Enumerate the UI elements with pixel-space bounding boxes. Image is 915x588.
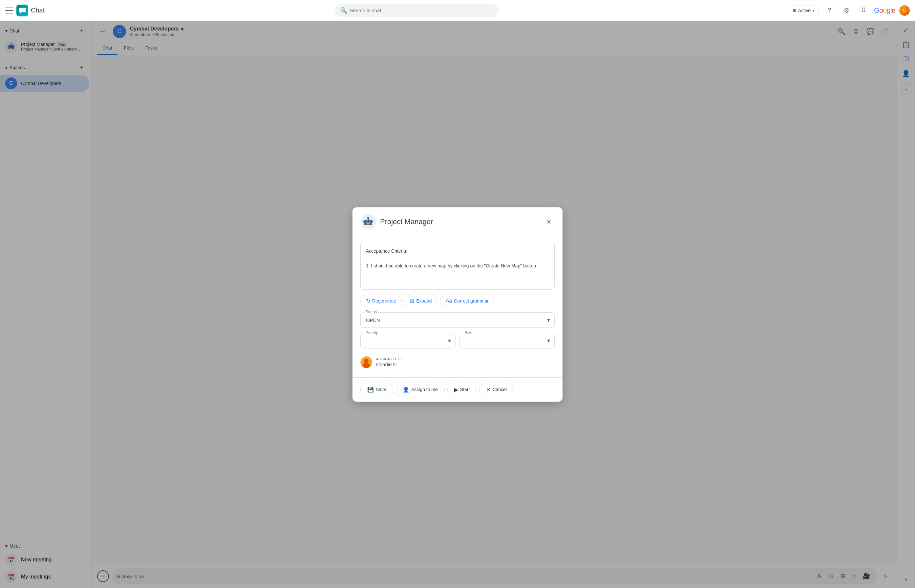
search-input[interactable] [350, 8, 494, 13]
expand-button[interactable]: ⊞ Expand [404, 295, 437, 307]
svg-rect-11 [364, 220, 372, 225]
regenerate-button[interactable]: ↻ Regenerate [361, 295, 402, 307]
start-label: Start [460, 387, 470, 392]
modal-title: Project Manager [380, 218, 539, 226]
status-form-group: Status OPEN IN PROGRESS CLOSED ▾ [361, 312, 554, 328]
priority-form-group: Low Medium High Priority ▾ [361, 333, 456, 349]
google-logo: Google [874, 6, 895, 15]
assigned-section: ASSIGNED TO Charlie C [361, 354, 554, 371]
expand-label: Expand [416, 298, 432, 304]
status-chevron-icon: ▾ [813, 8, 815, 13]
size-form-group: Small Medium Large Size ▾ [459, 333, 554, 349]
apps-button[interactable]: ⠿ [857, 4, 870, 17]
priority-label: Priority [364, 330, 379, 335]
correct-grammar-label: Correct grammar [454, 298, 489, 304]
expand-icon: ⊞ [410, 298, 414, 304]
svg-rect-13 [369, 221, 371, 223]
svg-point-20 [364, 359, 369, 363]
modal-body: Acceptance Criteria: 1. I should be able… [352, 235, 563, 377]
settings-button[interactable]: ⚙ [840, 4, 853, 17]
hamburger-menu-icon[interactable] [5, 6, 13, 15]
modal-actions-row: ↻ Regenerate ⊞ Expand Aa Correct grammar [361, 295, 554, 307]
app-logo: Chat [16, 5, 45, 16]
status-label: Active [798, 8, 811, 13]
size-label: Size [463, 330, 474, 335]
assigned-name: Charlie C [376, 362, 403, 367]
help-button[interactable]: ? [823, 4, 836, 17]
assign-to-me-label: Assign to me [411, 387, 438, 392]
size-select[interactable]: Small Medium Large [459, 333, 554, 349]
modal: Project Manager ✕ Acceptance Criteria: 1… [352, 207, 563, 402]
search-container: 🔍 [48, 4, 785, 17]
modal-header: Project Manager ✕ [352, 207, 563, 235]
priority-size-row: Low Medium High Priority ▾ Small Medium … [361, 333, 554, 349]
modal-robot-icon [361, 214, 376, 230]
assigned-info: ASSIGNED TO Charlie C [376, 357, 403, 367]
assign-to-me-button[interactable]: 👤 Assign to me [396, 383, 445, 396]
regenerate-label: Regenerate [372, 298, 396, 304]
svg-rect-18 [372, 221, 373, 223]
correct-grammar-icon: Aa [446, 298, 452, 304]
cancel-icon: ✕ [486, 386, 490, 393]
status-select[interactable]: OPEN IN PROGRESS CLOSED [361, 312, 554, 328]
save-button[interactable]: 💾 Save [361, 383, 393, 396]
svg-rect-14 [367, 223, 370, 225]
top-bar-left: Chat [5, 5, 45, 16]
svg-rect-12 [365, 221, 368, 223]
top-bar: Chat 🔍 Active ▾ ? ⚙ ⠿ Google C [0, 0, 915, 21]
user-avatar[interactable]: C [899, 5, 910, 16]
modal-overlay[interactable]: Project Manager ✕ Acceptance Criteria: 1… [0, 21, 915, 588]
save-label: Save [376, 387, 386, 392]
regenerate-icon: ↻ [366, 298, 370, 304]
priority-select[interactable]: Low Medium High [361, 333, 456, 349]
svg-point-21 [363, 363, 370, 368]
correct-grammar-button[interactable]: Aa Correct grammar [440, 295, 494, 307]
assign-icon: 👤 [403, 386, 409, 393]
chat-logo-svg [16, 5, 28, 16]
top-bar-right: Active ▾ ? ⚙ ⠿ Google C [789, 4, 910, 17]
modal-close-button[interactable]: ✕ [543, 216, 554, 228]
assigned-label: ASSIGNED TO [376, 357, 403, 361]
svg-rect-17 [363, 221, 364, 223]
assigned-avatar [361, 356, 372, 368]
status-label: Status [364, 310, 378, 314]
search-box[interactable]: 🔍 [335, 4, 499, 17]
status-badge[interactable]: Active ▾ [789, 6, 819, 15]
modal-content-textarea[interactable]: Acceptance Criteria: 1. I should be able… [361, 242, 554, 290]
modal-footer: 💾 Save 👤 Assign to me ▶ Start ✕ Cancel [352, 377, 563, 402]
cancel-label: Cancel [492, 387, 507, 392]
cancel-button[interactable]: ✕ Cancel [479, 383, 514, 396]
search-icon: 🔍 [340, 7, 347, 14]
status-dot [793, 9, 796, 12]
assigned-avatar-svg [361, 356, 372, 368]
start-icon: ▶ [454, 386, 458, 393]
start-button[interactable]: ▶ Start [447, 383, 477, 396]
app-name-label: Chat [31, 6, 45, 14]
svg-point-16 [367, 217, 369, 219]
save-icon: 💾 [367, 386, 374, 393]
